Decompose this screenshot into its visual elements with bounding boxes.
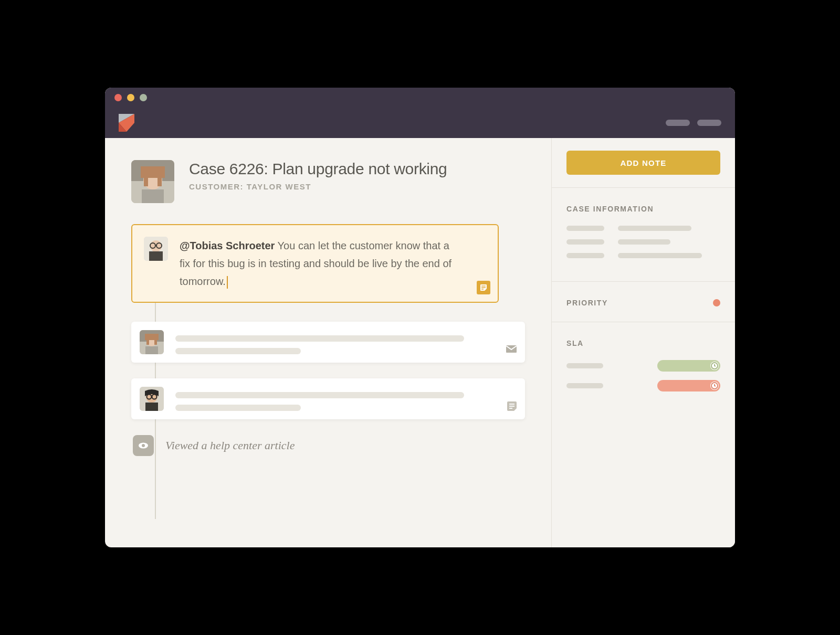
avatar-icon	[144, 237, 168, 261]
placeholder-label	[566, 253, 604, 258]
sidebar-actions: ADD NOTE	[552, 138, 735, 188]
case-header-text: Case 6226: Plan upgrade not working CUST…	[189, 160, 447, 191]
main-panel: Case 6226: Plan upgrade not working CUST…	[105, 138, 551, 547]
svg-rect-24	[154, 339, 157, 345]
channel-email-icon	[505, 343, 518, 355]
priority-section: PRIORITY	[552, 282, 735, 322]
content-area: Case 6226: Plan upgrade not working CUST…	[105, 138, 735, 547]
avatar-icon	[140, 387, 164, 411]
sla-row	[566, 360, 720, 372]
placeholder-value	[618, 253, 702, 258]
navbar-actions	[666, 120, 721, 126]
note-mention[interactable]: @Tobias Schroeter	[180, 240, 275, 251]
customer-label: CUSTOMER: TAYLOR WEST	[189, 182, 447, 191]
activity-badge	[133, 435, 154, 456]
svg-rect-9	[142, 189, 164, 203]
svg-point-38	[142, 444, 145, 447]
text-cursor	[227, 276, 228, 289]
note-type-badge	[477, 281, 490, 294]
svg-rect-12	[149, 251, 163, 261]
placeholder-label	[566, 363, 603, 368]
add-note-button[interactable]: ADD NOTE	[566, 151, 720, 175]
app-window: Case 6226: Plan upgrade not working CUST…	[105, 88, 735, 547]
note-icon	[479, 283, 488, 292]
placeholder-label	[566, 383, 603, 388]
svg-point-11	[150, 240, 162, 252]
placeholder-value	[618, 226, 691, 231]
channel-note-icon	[506, 400, 518, 412]
info-row	[566, 253, 720, 258]
sla-status-ok[interactable]	[657, 360, 720, 372]
case-timeline: @Tobias Schroeter You can let the custom…	[131, 224, 525, 456]
app-logo[interactable]	[119, 114, 134, 132]
window-minimize-button[interactable]	[127, 94, 134, 101]
svg-rect-25	[145, 346, 158, 354]
avatar-icon	[131, 160, 174, 203]
navbar-action-1[interactable]	[666, 120, 690, 126]
clock-icon	[710, 362, 719, 370]
logo-icon	[119, 114, 134, 132]
case-information-section: CASE INFORMATION	[552, 188, 735, 282]
svg-rect-23	[146, 339, 149, 345]
window-zoom-button[interactable]	[140, 94, 147, 101]
placeholder-line	[175, 392, 464, 398]
svg-rect-8	[158, 176, 162, 186]
message-preview	[175, 330, 489, 354]
app-navbar	[105, 108, 735, 138]
placeholder-label	[566, 226, 604, 231]
priority-indicator[interactable]	[713, 299, 720, 306]
info-row	[566, 226, 720, 231]
message-card-customer[interactable]	[131, 322, 525, 363]
activity-event: Viewed a help center article	[131, 435, 525, 456]
note-icon	[506, 400, 518, 412]
case-header: Case 6226: Plan upgrade not working CUST…	[131, 160, 525, 203]
message-preview	[175, 387, 489, 411]
internal-note-card[interactable]: @Tobias Schroeter You can let the custom…	[131, 224, 499, 303]
sidebar-panel: ADD NOTE CASE INFORMATION	[551, 138, 735, 547]
avatar-icon	[140, 330, 164, 354]
note-body: @Tobias Schroeter You can let the custom…	[180, 237, 461, 290]
priority-heading: PRIORITY	[566, 299, 608, 307]
customer-avatar[interactable]	[131, 160, 174, 203]
case-info-heading: CASE INFORMATION	[566, 205, 720, 213]
titlebar	[105, 88, 735, 108]
sla-row	[566, 380, 720, 391]
window-close-button[interactable]	[114, 94, 122, 101]
placeholder-label	[566, 239, 604, 245]
sla-section: SLA	[552, 322, 735, 415]
note-author-avatar	[144, 237, 168, 261]
placeholder-line	[175, 348, 301, 354]
placeholder-value	[618, 239, 670, 245]
sla-heading: SLA	[566, 339, 720, 347]
case-title: Case 6226: Plan upgrade not working	[189, 160, 447, 178]
message-author-avatar	[140, 387, 164, 411]
clock-icon	[710, 382, 719, 390]
info-row	[566, 239, 720, 245]
placeholder-line	[175, 405, 301, 411]
message-author-avatar	[140, 330, 164, 354]
envelope-icon	[505, 343, 518, 355]
svg-rect-32	[145, 403, 158, 411]
navbar-action-2[interactable]	[697, 120, 721, 126]
sla-status-warning[interactable]	[657, 380, 720, 391]
placeholder-line	[175, 335, 464, 342]
activity-text: Viewed a help center article	[165, 439, 295, 452]
eye-icon	[138, 440, 149, 451]
svg-rect-7	[144, 176, 148, 186]
message-card-agent[interactable]	[131, 378, 525, 419]
